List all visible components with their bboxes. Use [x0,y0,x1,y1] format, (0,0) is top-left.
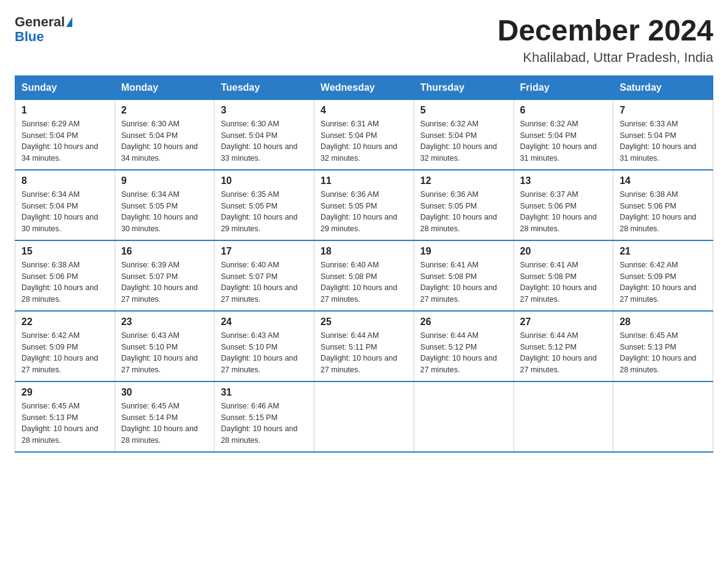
day-info: Sunrise: 6:32 AMSunset: 5:04 PMDaylight:… [420,118,507,164]
page-header: General Blue December 2024 Khalilabad, U… [15,15,713,66]
day-info: Sunrise: 6:45 AMSunset: 5:14 PMDaylight:… [121,400,208,446]
day-info: Sunrise: 6:45 AMSunset: 5:13 PMDaylight:… [21,400,108,446]
day-info: Sunrise: 6:44 AMSunset: 5:11 PMDaylight:… [320,330,408,376]
calendar-cell: 15Sunrise: 6:38 AMSunset: 5:06 PMDayligh… [15,240,115,311]
calendar-cell: 20Sunrise: 6:41 AMSunset: 5:08 PMDayligh… [514,240,613,311]
header-friday: Friday [514,75,613,99]
day-info: Sunrise: 6:39 AMSunset: 5:07 PMDaylight:… [121,259,208,305]
day-number: 30 [121,387,208,398]
calendar-cell: 19Sunrise: 6:41 AMSunset: 5:08 PMDayligh… [414,240,514,311]
day-info: Sunrise: 6:31 AMSunset: 5:04 PMDaylight:… [320,118,408,164]
day-number: 2 [121,105,208,116]
day-number: 25 [320,316,408,327]
day-info: Sunrise: 6:30 AMSunset: 5:04 PMDaylight:… [221,118,308,164]
calendar-cell: 7Sunrise: 6:33 AMSunset: 5:04 PMDaylight… [613,99,713,170]
day-info: Sunrise: 6:44 AMSunset: 5:12 PMDaylight:… [420,330,507,376]
day-number: 13 [520,175,607,186]
day-number: 7 [620,105,707,116]
calendar-cell: 23Sunrise: 6:43 AMSunset: 5:10 PMDayligh… [115,311,214,381]
calendar-cell: 2Sunrise: 6:30 AMSunset: 5:04 PMDaylight… [115,99,214,170]
day-number: 8 [21,175,108,186]
day-number: 28 [620,316,707,327]
header-monday: Monday [115,75,214,99]
calendar-week-4: 22Sunrise: 6:42 AMSunset: 5:09 PMDayligh… [15,311,713,381]
day-number: 17 [221,246,308,257]
day-number: 9 [121,175,208,186]
calendar-cell: 12Sunrise: 6:36 AMSunset: 5:05 PMDayligh… [414,170,514,240]
calendar-title: December 2024 [498,15,713,47]
day-info: Sunrise: 6:33 AMSunset: 5:04 PMDaylight:… [620,118,707,164]
calendar-cell [613,381,713,452]
day-info: Sunrise: 6:40 AMSunset: 5:08 PMDaylight:… [320,259,408,305]
day-number: 22 [21,316,108,327]
calendar-cell: 17Sunrise: 6:40 AMSunset: 5:07 PMDayligh… [214,240,314,311]
day-number: 23 [121,316,208,327]
day-number: 29 [21,387,108,398]
day-number: 5 [420,105,507,116]
calendar-cell: 24Sunrise: 6:43 AMSunset: 5:10 PMDayligh… [214,311,314,381]
day-info: Sunrise: 6:38 AMSunset: 5:06 PMDaylight:… [620,189,707,235]
calendar-cell [314,381,414,452]
header-tuesday: Tuesday [214,75,314,99]
day-info: Sunrise: 6:38 AMSunset: 5:06 PMDaylight:… [21,259,108,305]
logo: General Blue [15,15,72,44]
day-info: Sunrise: 6:46 AMSunset: 5:15 PMDaylight:… [221,400,308,446]
title-block: December 2024 Khalilabad, Uttar Pradesh,… [498,15,713,66]
day-info: Sunrise: 6:42 AMSunset: 5:09 PMDaylight:… [21,330,108,376]
calendar-week-5: 29Sunrise: 6:45 AMSunset: 5:13 PMDayligh… [15,381,713,452]
day-number: 15 [21,246,108,257]
day-info: Sunrise: 6:34 AMSunset: 5:04 PMDaylight:… [21,189,108,235]
day-number: 10 [221,175,308,186]
day-number: 21 [620,246,707,257]
calendar-week-2: 8Sunrise: 6:34 AMSunset: 5:04 PMDaylight… [15,170,713,240]
calendar-cell: 16Sunrise: 6:39 AMSunset: 5:07 PMDayligh… [115,240,214,311]
calendar-cell: 29Sunrise: 6:45 AMSunset: 5:13 PMDayligh… [15,381,115,452]
day-number: 11 [320,175,408,186]
calendar-cell: 14Sunrise: 6:38 AMSunset: 5:06 PMDayligh… [613,170,713,240]
calendar-header-row: SundayMondayTuesdayWednesdayThursdayFrid… [15,75,713,99]
day-number: 24 [221,316,308,327]
calendar-cell: 28Sunrise: 6:45 AMSunset: 5:13 PMDayligh… [613,311,713,381]
calendar-cell: 8Sunrise: 6:34 AMSunset: 5:04 PMDaylight… [15,170,115,240]
day-info: Sunrise: 6:32 AMSunset: 5:04 PMDaylight:… [520,118,607,164]
calendar-cell: 22Sunrise: 6:42 AMSunset: 5:09 PMDayligh… [15,311,115,381]
logo-triangle-icon [66,17,72,27]
calendar-cell: 13Sunrise: 6:37 AMSunset: 5:06 PMDayligh… [514,170,613,240]
day-number: 16 [121,246,208,257]
day-number: 18 [320,246,408,257]
calendar-cell: 4Sunrise: 6:31 AMSunset: 5:04 PMDaylight… [314,99,414,170]
day-info: Sunrise: 6:35 AMSunset: 5:05 PMDaylight:… [221,189,308,235]
header-wednesday: Wednesday [314,75,414,99]
day-info: Sunrise: 6:34 AMSunset: 5:05 PMDaylight:… [121,189,208,235]
day-info: Sunrise: 6:37 AMSunset: 5:06 PMDaylight:… [520,189,607,235]
day-number: 26 [420,316,507,327]
calendar-cell: 3Sunrise: 6:30 AMSunset: 5:04 PMDaylight… [214,99,314,170]
day-info: Sunrise: 6:45 AMSunset: 5:13 PMDaylight:… [620,330,707,376]
day-info: Sunrise: 6:30 AMSunset: 5:04 PMDaylight:… [121,118,208,164]
day-info: Sunrise: 6:36 AMSunset: 5:05 PMDaylight:… [320,189,408,235]
day-info: Sunrise: 6:40 AMSunset: 5:07 PMDaylight:… [221,259,308,305]
day-number: 14 [620,175,707,186]
calendar-week-1: 1Sunrise: 6:29 AMSunset: 5:04 PMDaylight… [15,99,713,170]
calendar-cell: 9Sunrise: 6:34 AMSunset: 5:05 PMDaylight… [115,170,214,240]
day-number: 27 [520,316,607,327]
day-info: Sunrise: 6:41 AMSunset: 5:08 PMDaylight:… [420,259,507,305]
day-info: Sunrise: 6:43 AMSunset: 5:10 PMDaylight:… [221,330,308,376]
day-info: Sunrise: 6:29 AMSunset: 5:04 PMDaylight:… [21,118,108,164]
calendar-cell: 18Sunrise: 6:40 AMSunset: 5:08 PMDayligh… [314,240,414,311]
calendar-cell: 5Sunrise: 6:32 AMSunset: 5:04 PMDaylight… [414,99,514,170]
header-sunday: Sunday [15,75,115,99]
day-info: Sunrise: 6:36 AMSunset: 5:05 PMDaylight:… [420,189,507,235]
calendar-cell: 11Sunrise: 6:36 AMSunset: 5:05 PMDayligh… [314,170,414,240]
logo-blue-text: Blue [15,29,44,44]
logo-general-text: General [15,15,65,29]
calendar-cell: 1Sunrise: 6:29 AMSunset: 5:04 PMDaylight… [15,99,115,170]
day-number: 20 [520,246,607,257]
header-saturday: Saturday [613,75,713,99]
day-number: 3 [221,105,308,116]
calendar-cell: 10Sunrise: 6:35 AMSunset: 5:05 PMDayligh… [214,170,314,240]
day-number: 19 [420,246,507,257]
day-number: 12 [420,175,507,186]
day-info: Sunrise: 6:43 AMSunset: 5:10 PMDaylight:… [121,330,208,376]
calendar-table: SundayMondayTuesdayWednesdayThursdayFrid… [15,75,713,453]
